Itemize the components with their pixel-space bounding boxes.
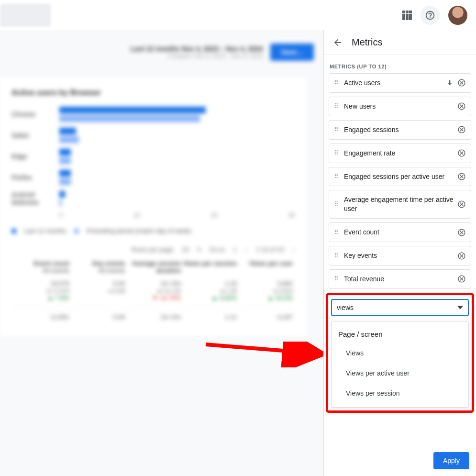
topbar-actions	[402, 6, 467, 25]
dropdown-option[interactable]: Views per session	[332, 383, 468, 403]
help-button[interactable]	[421, 6, 440, 25]
remove-metric-button[interactable]	[457, 228, 466, 237]
metric-item[interactable]: ⠿Total revenue	[329, 269, 471, 289]
remove-metric-button[interactable]	[457, 125, 466, 134]
drag-handle-icon[interactable]: ⠿	[334, 175, 339, 178]
top-bar	[0, 0, 476, 30]
help-icon	[425, 10, 435, 21]
metric-item[interactable]: ⠿Engaged sessions	[329, 120, 471, 140]
metric-item[interactable]: ⠿Engagement rate	[329, 144, 471, 163]
drag-handle-icon[interactable]: ⠿	[334, 254, 339, 258]
highlight-annotation: views Page / screen ViewsViews per activ…	[326, 293, 474, 413]
drag-handle-icon[interactable]: ⠿	[334, 81, 339, 85]
metric-item[interactable]: ⠿Engaged sessions per active user	[329, 167, 471, 187]
dropdown-option[interactable]: Views per active user	[332, 363, 468, 383]
remove-metric-button[interactable]	[457, 252, 466, 260]
logo-placeholder	[0, 4, 51, 27]
sort-descending-icon	[446, 79, 454, 87]
remove-metric-button[interactable]	[457, 200, 466, 209]
metric-label: Active users	[344, 78, 443, 88]
drag-handle-icon[interactable]: ⠿	[334, 231, 339, 234]
metric-label: Average engagement time per active user	[344, 195, 454, 213]
metric-label: Total revenue	[344, 275, 454, 284]
drag-handle-icon[interactable]: ⠿	[334, 202, 339, 206]
date-range-primary: Last 12 months Nov 4, 2023 – Nov 4, 2024	[131, 45, 263, 53]
metrics-panel: Metrics METRICS (UP TO 12) ⠿Active users…	[323, 30, 476, 476]
metrics-section-label: METRICS (UP TO 12)	[329, 61, 471, 73]
back-arrow-icon[interactable]	[332, 37, 343, 48]
metric-label: Key events	[344, 251, 454, 260]
avatar[interactable]	[448, 6, 467, 25]
remove-metric-button[interactable]	[457, 78, 466, 87]
metric-dropdown: Page / screen ViewsViews per active user…	[331, 321, 469, 408]
metric-label: New users	[344, 102, 454, 111]
drag-handle-icon[interactable]: ⠿	[334, 277, 339, 281]
remove-metric-button[interactable]	[457, 102, 466, 111]
apps-icon[interactable]	[402, 11, 412, 20]
remove-metric-button[interactable]	[457, 172, 466, 181]
save-button[interactable]: Save…	[270, 44, 314, 61]
dropdown-group-label: Page / screen	[332, 328, 468, 343]
chart-title: Active users by Browser	[11, 89, 295, 97]
metric-label: Engaged sessions per active user	[344, 172, 454, 181]
metric-item[interactable]: ⠿Key events	[329, 246, 471, 266]
metric-label: Engagement rate	[344, 149, 454, 158]
drag-handle-icon[interactable]: ⠿	[334, 151, 339, 155]
chevron-down-icon	[457, 305, 463, 310]
remove-metric-button[interactable]	[457, 149, 466, 157]
metric-item[interactable]: ⠿Average engagement time per active user	[329, 190, 471, 219]
panel-header: Metrics	[324, 30, 476, 55]
metric-label: Event count	[344, 228, 454, 237]
remove-metric-button[interactable]	[457, 275, 466, 283]
metric-item[interactable]: ⠿Event count	[329, 222, 471, 242]
drag-handle-icon[interactable]: ⠿	[334, 104, 339, 108]
dropdown-option[interactable]: Views	[332, 343, 468, 363]
metric-label: Engaged sessions	[344, 125, 454, 134]
metric-item[interactable]: ⠿New users	[329, 97, 471, 116]
apply-button[interactable]: Apply	[433, 452, 469, 469]
date-range-secondary: Compare: Nov 5, 2022 – Nov 5, 2023	[131, 53, 263, 59]
drag-handle-icon[interactable]: ⠿	[334, 128, 339, 132]
combo-value: views	[337, 304, 457, 311]
report-background: Last 12 months Nov 4, 2023 – Nov 4, 2024…	[0, 30, 323, 476]
metric-item[interactable]: ⠿Active users	[329, 73, 471, 93]
panel-title: Metrics	[352, 37, 382, 48]
metric-search-combo[interactable]: views	[331, 299, 469, 316]
